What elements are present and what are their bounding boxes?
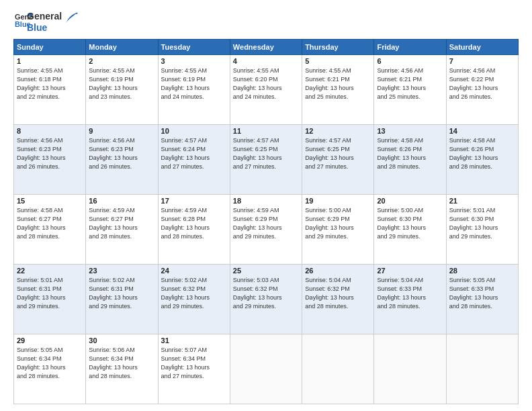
- calendar-cell: 20Sunrise: 5:00 AM Sunset: 6:30 PM Dayli…: [374, 194, 446, 264]
- day-number: 25: [233, 267, 299, 275]
- calendar-cell: 24Sunrise: 5:02 AM Sunset: 6:32 PM Dayli…: [158, 264, 230, 334]
- day-number: 24: [161, 267, 227, 275]
- calendar-cell: [446, 334, 518, 404]
- calendar-cell: 2Sunrise: 4:55 AM Sunset: 6:19 PM Daylig…: [86, 54, 158, 124]
- day-info: Sunrise: 4:59 AM Sunset: 6:27 PM Dayligh…: [89, 206, 154, 241]
- calendar-week-row: 29Sunrise: 5:05 AM Sunset: 6:34 PM Dayli…: [14, 334, 519, 404]
- day-info: Sunrise: 4:57 AM Sunset: 6:25 PM Dayligh…: [233, 136, 299, 171]
- day-number: 31: [161, 336, 227, 345]
- calendar-cell: 25Sunrise: 5:03 AM Sunset: 6:32 PM Dayli…: [230, 264, 302, 334]
- day-number: 9: [89, 127, 154, 135]
- weekday-header-saturday: Saturday: [446, 39, 518, 54]
- calendar-cell: 29Sunrise: 5:05 AM Sunset: 6:34 PM Dayli…: [14, 334, 86, 404]
- day-number: 3: [161, 57, 227, 65]
- day-number: 29: [17, 336, 83, 345]
- weekday-header-sunday: Sunday: [14, 39, 86, 54]
- calendar-cell: 17Sunrise: 4:59 AM Sunset: 6:28 PM Dayli…: [158, 194, 230, 264]
- day-number: 8: [17, 127, 83, 135]
- calendar-cell: 21Sunrise: 5:01 AM Sunset: 6:30 PM Dayli…: [446, 194, 518, 264]
- day-info: Sunrise: 4:55 AM Sunset: 6:19 PM Dayligh…: [89, 66, 154, 101]
- day-info: Sunrise: 5:05 AM Sunset: 6:33 PM Dayligh…: [449, 276, 515, 311]
- day-info: Sunrise: 5:02 AM Sunset: 6:31 PM Dayligh…: [89, 276, 154, 311]
- day-info: Sunrise: 4:55 AM Sunset: 6:18 PM Dayligh…: [17, 66, 83, 101]
- day-number: 22: [17, 267, 83, 275]
- day-number: 7: [449, 57, 515, 65]
- weekday-header-friday: Friday: [374, 39, 446, 54]
- weekday-header-thursday: Thursday: [302, 39, 374, 54]
- day-number: 19: [305, 197, 371, 205]
- day-info: Sunrise: 5:03 AM Sunset: 6:32 PM Dayligh…: [233, 276, 299, 311]
- day-number: 28: [449, 267, 515, 275]
- day-info: Sunrise: 4:56 AM Sunset: 6:23 PM Dayligh…: [17, 136, 83, 171]
- day-info: Sunrise: 5:05 AM Sunset: 6:34 PM Dayligh…: [17, 346, 83, 381]
- day-info: Sunrise: 4:57 AM Sunset: 6:25 PM Dayligh…: [305, 136, 371, 171]
- day-number: 26: [305, 267, 371, 275]
- calendar-cell: 16Sunrise: 4:59 AM Sunset: 6:27 PM Dayli…: [86, 194, 158, 264]
- calendar-cell: 7Sunrise: 4:56 AM Sunset: 6:22 PM Daylig…: [446, 54, 518, 124]
- calendar-cell: 4Sunrise: 4:55 AM Sunset: 6:20 PM Daylig…: [230, 54, 302, 124]
- calendar-cell: 19Sunrise: 5:00 AM Sunset: 6:29 PM Dayli…: [302, 194, 374, 264]
- logo: General Blue General Blue: [13, 11, 78, 34]
- day-info: Sunrise: 4:59 AM Sunset: 6:28 PM Dayligh…: [161, 206, 227, 241]
- day-info: Sunrise: 5:07 AM Sunset: 6:34 PM Dayligh…: [161, 346, 227, 381]
- calendar-cell: [374, 334, 446, 404]
- calendar-cell: 3Sunrise: 4:55 AM Sunset: 6:19 PM Daylig…: [158, 54, 230, 124]
- day-info: Sunrise: 4:58 AM Sunset: 6:26 PM Dayligh…: [377, 136, 443, 171]
- day-info: Sunrise: 4:58 AM Sunset: 6:27 PM Dayligh…: [17, 206, 83, 241]
- calendar-cell: 22Sunrise: 5:01 AM Sunset: 6:31 PM Dayli…: [14, 264, 86, 334]
- weekday-header-monday: Monday: [86, 39, 158, 54]
- day-number: 4: [233, 57, 299, 65]
- day-number: 6: [377, 57, 443, 65]
- day-number: 12: [305, 127, 371, 135]
- day-number: 23: [89, 267, 154, 275]
- calendar-week-row: 22Sunrise: 5:01 AM Sunset: 6:31 PM Dayli…: [14, 264, 519, 334]
- day-number: 20: [377, 197, 443, 205]
- calendar-cell: 18Sunrise: 4:59 AM Sunset: 6:29 PM Dayli…: [230, 194, 302, 264]
- day-number: 11: [233, 127, 299, 135]
- day-info: Sunrise: 4:56 AM Sunset: 6:23 PM Dayligh…: [89, 136, 154, 171]
- calendar-cell: 6Sunrise: 4:56 AM Sunset: 6:21 PM Daylig…: [374, 54, 446, 124]
- day-info: Sunrise: 5:02 AM Sunset: 6:32 PM Dayligh…: [161, 276, 227, 311]
- calendar-week-row: 1Sunrise: 4:55 AM Sunset: 6:18 PM Daylig…: [14, 54, 519, 124]
- calendar-cell: 12Sunrise: 4:57 AM Sunset: 6:25 PM Dayli…: [302, 124, 374, 194]
- day-info: Sunrise: 4:57 AM Sunset: 6:24 PM Dayligh…: [161, 136, 227, 171]
- calendar-cell: 15Sunrise: 4:58 AM Sunset: 6:27 PM Dayli…: [14, 194, 86, 264]
- day-info: Sunrise: 5:06 AM Sunset: 6:34 PM Dayligh…: [89, 346, 154, 381]
- page: General Blue General Blue: [0, 0, 532, 411]
- calendar-table: SundayMondayTuesdayWednesdayThursdayFrid…: [13, 39, 519, 404]
- logo-bird-icon: [63, 11, 78, 26]
- day-info: Sunrise: 4:58 AM Sunset: 6:26 PM Dayligh…: [449, 136, 515, 171]
- day-number: 15: [17, 197, 83, 205]
- day-number: 17: [161, 197, 227, 205]
- day-number: 2: [89, 57, 154, 65]
- day-info: Sunrise: 5:01 AM Sunset: 6:30 PM Dayligh…: [449, 206, 515, 241]
- day-info: Sunrise: 4:55 AM Sunset: 6:19 PM Dayligh…: [161, 66, 227, 101]
- weekday-header-wednesday: Wednesday: [230, 39, 302, 54]
- day-number: 5: [305, 57, 371, 65]
- calendar-header-row: SundayMondayTuesdayWednesdayThursdayFrid…: [14, 39, 519, 54]
- calendar-week-row: 15Sunrise: 4:58 AM Sunset: 6:27 PM Dayli…: [14, 194, 519, 264]
- calendar-cell: 1Sunrise: 4:55 AM Sunset: 6:18 PM Daylig…: [14, 54, 86, 124]
- day-info: Sunrise: 5:04 AM Sunset: 6:32 PM Dayligh…: [305, 276, 371, 311]
- calendar-cell: 14Sunrise: 4:58 AM Sunset: 6:26 PM Dayli…: [446, 124, 518, 194]
- day-info: Sunrise: 4:56 AM Sunset: 6:21 PM Dayligh…: [377, 66, 443, 101]
- day-info: Sunrise: 5:00 AM Sunset: 6:29 PM Dayligh…: [305, 206, 371, 241]
- day-info: Sunrise: 4:56 AM Sunset: 6:22 PM Dayligh…: [449, 66, 515, 101]
- calendar-cell: 10Sunrise: 4:57 AM Sunset: 6:24 PM Dayli…: [158, 124, 230, 194]
- day-number: 1: [17, 57, 83, 65]
- header: General Blue General Blue: [13, 11, 519, 34]
- calendar-cell: 28Sunrise: 5:05 AM Sunset: 6:33 PM Dayli…: [446, 264, 518, 334]
- day-number: 18: [233, 197, 299, 205]
- calendar-cell: 30Sunrise: 5:06 AM Sunset: 6:34 PM Dayli…: [86, 334, 158, 404]
- day-info: Sunrise: 5:04 AM Sunset: 6:33 PM Dayligh…: [377, 276, 443, 311]
- calendar-cell: [302, 334, 374, 404]
- day-number: 27: [377, 267, 443, 275]
- day-info: Sunrise: 4:55 AM Sunset: 6:20 PM Dayligh…: [233, 66, 299, 101]
- day-number: 14: [449, 127, 515, 135]
- calendar-cell: 31Sunrise: 5:07 AM Sunset: 6:34 PM Dayli…: [158, 334, 230, 404]
- day-number: 16: [89, 197, 154, 205]
- calendar-cell: 26Sunrise: 5:04 AM Sunset: 6:32 PM Dayli…: [302, 264, 374, 334]
- day-number: 13: [377, 127, 443, 135]
- day-info: Sunrise: 5:00 AM Sunset: 6:30 PM Dayligh…: [377, 206, 443, 241]
- day-info: Sunrise: 4:59 AM Sunset: 6:29 PM Dayligh…: [233, 206, 299, 241]
